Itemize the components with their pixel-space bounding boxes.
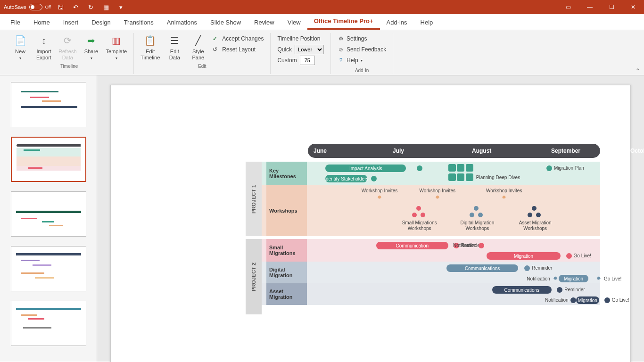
refresh-icon: ⟳ <box>61 34 74 47</box>
ribbon-group-addin: Add-In <box>355 68 369 73</box>
tab-design[interactable]: Design <box>85 15 117 30</box>
style-pane-icon: ╱ <box>191 34 205 47</box>
timeline-bar: Identify Stakeholders <box>325 175 367 182</box>
ribbon: 📄New▾ ↕ImportExport ⟳RefreshData ➦Share▾… <box>0 30 644 75</box>
edit-data-button[interactable]: ☰EditData <box>164 33 185 62</box>
month-label: September <box>551 148 580 154</box>
slide-thumb-4[interactable] <box>11 246 86 291</box>
timeline-square <box>448 173 456 181</box>
slide-thumb-1[interactable] <box>11 82 86 127</box>
cog-icon <box>434 195 441 201</box>
new-icon: 📄 <box>14 34 27 47</box>
menu-tabs: FileHomeInsertDesignTransitionsAnimation… <box>0 14 644 30</box>
slide-thumbnails[interactable] <box>0 75 97 362</box>
cog-icon <box>376 195 383 201</box>
timeline-bar: Impact Analysis <box>325 165 406 172</box>
tab-file[interactable]: File <box>4 15 27 30</box>
row-label: AssetMigration <box>266 283 307 305</box>
row-label: KeyMilestones <box>266 162 307 185</box>
slide-thumb-3[interactable] <box>11 191 86 237</box>
qat-customize-icon[interactable]: ▾ <box>116 2 126 12</box>
timeline-text: Notification <box>446 243 477 248</box>
edit-timeline-icon: 📋 <box>144 34 157 47</box>
timeline-dot <box>417 165 422 171</box>
timeline-bar: Migration <box>487 252 560 260</box>
timeline-cluster <box>410 206 429 219</box>
refresh-data-button[interactable]: ⟳RefreshData <box>57 33 79 62</box>
share-icon: ➦ <box>85 34 98 47</box>
timeline-position-label: Timeline Position <box>277 34 320 43</box>
maximize-icon[interactable]: ☐ <box>601 0 622 14</box>
import-export-button[interactable]: ↕ImportExport <box>33 33 55 62</box>
edit-timeline-button[interactable]: 📋EditTimeline <box>139 33 162 62</box>
share-button[interactable]: ➦Share▾ <box>81 33 102 62</box>
timeline-text: Workshop Invites <box>358 188 401 193</box>
edit-data-icon: ☰ <box>168 34 181 47</box>
undo-icon[interactable]: ↶ <box>71 2 81 12</box>
ribbon-display-icon[interactable]: ▭ <box>557 0 579 14</box>
autosave-toggle[interactable]: AutoSave Off <box>4 4 51 10</box>
slide-editor[interactable]: JuneJulyAugustSeptemberOctoberPROJECT 1K… <box>97 75 644 362</box>
timeline-text: Migration Plan <box>554 165 584 171</box>
redo-icon[interactable]: ↻ <box>86 2 96 12</box>
send-feedback-button[interactable]: ☺Send Feedback <box>338 45 386 54</box>
row-label: SmallMigrations <box>266 239 307 262</box>
timeline-square <box>466 164 473 172</box>
tab-help[interactable]: Help <box>414 15 440 30</box>
tab-transitions[interactable]: Transitions <box>117 15 160 30</box>
tab-insert[interactable]: Insert <box>57 15 85 30</box>
month-label: July <box>393 148 404 154</box>
project-label: PROJECT 1 <box>246 162 262 236</box>
quick-select[interactable]: Lower <box>295 45 324 54</box>
style-pane-button[interactable]: ╱StylePane <box>187 33 209 62</box>
tab-office-timeline-pro-[interactable]: Office Timeline Pro+ <box>307 14 380 30</box>
project-label: PROJECT 2 <box>246 239 262 314</box>
accept-changes-button[interactable]: Accept Changes <box>213 34 264 43</box>
timeline-dot <box>570 297 576 303</box>
collapse-ribbon-icon[interactable]: ⌃ <box>636 67 640 74</box>
template-button[interactable]: ▥Template▾ <box>104 33 129 62</box>
template-icon: ▥ <box>110 34 123 47</box>
close-icon[interactable]: ✕ <box>622 0 644 14</box>
timeline-text: Workshop Invites <box>416 188 459 193</box>
autosave-state: Off <box>45 5 51 9</box>
row-label: Workshops <box>266 185 307 236</box>
slide-thumb-5[interactable] <box>11 301 86 346</box>
month-label: June <box>314 148 327 154</box>
settings-button[interactable]: ⚙Settings <box>338 34 386 43</box>
tab-home[interactable]: Home <box>27 15 57 30</box>
custom-input[interactable] <box>300 56 315 65</box>
timeline-dot <box>524 265 530 271</box>
reset-layout-button[interactable]: Reset Layout <box>213 45 264 54</box>
save-icon[interactable]: 🖫 <box>56 2 66 12</box>
autosave-label: AutoSave <box>4 4 26 10</box>
timeline-bar: Communication <box>376 242 448 249</box>
tab-review[interactable]: Review <box>248 15 281 30</box>
timeline-text: Go Live! <box>574 253 591 258</box>
cog-icon <box>501 195 507 201</box>
timeline-bar: Migration <box>576 296 599 304</box>
ribbon-group-timeline: Timeline <box>60 64 78 69</box>
tab-view[interactable]: View <box>281 15 307 30</box>
help-button[interactable]: ?Help ▾ <box>338 56 386 65</box>
timeline-square <box>466 173 473 181</box>
present-icon[interactable]: ▦ <box>101 2 111 12</box>
timeline-text: Go Live! <box>604 276 621 281</box>
row-label: DigitalMigration <box>266 262 307 283</box>
minimize-icon[interactable]: — <box>579 0 601 14</box>
tab-slide-show[interactable]: Slide Show <box>204 15 248 30</box>
smile-icon: ☺ <box>338 46 344 53</box>
slide-canvas[interactable]: JuneJulyAugustSeptemberOctoberPROJECT 1K… <box>110 85 631 362</box>
timeline-cluster <box>468 206 487 219</box>
timeline-text: Workshop Invites <box>483 188 525 193</box>
tab-animations[interactable]: Animations <box>160 15 204 30</box>
timeline-bar: Migration <box>559 275 588 282</box>
month-label: October <box>630 148 644 154</box>
new-button[interactable]: 📄New▾ <box>9 33 31 62</box>
slide-thumb-2[interactable] <box>11 137 86 182</box>
tab-add-ins[interactable]: Add-ins <box>380 15 414 30</box>
workspace: JuneJulyAugustSeptemberOctoberPROJECT 1K… <box>0 75 644 362</box>
help-icon: ? <box>338 57 344 64</box>
timeline-text: Go Live! <box>612 297 629 303</box>
custom-label: Custom <box>277 57 297 64</box>
